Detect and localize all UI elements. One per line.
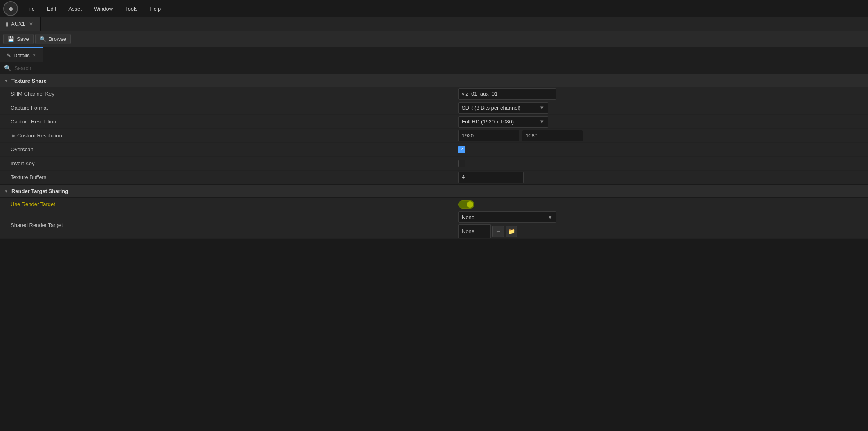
menu-bar: File Edit Asset Window Tools Help [20,4,166,13]
texture-buffers-value: 4 [458,172,868,183]
shm-channel-key-input[interactable] [458,88,556,100]
details-tab-label: Details [13,52,30,58]
shm-channel-key-label: SHM Channel Key [8,91,458,97]
details-tab-icon: ✎ [7,52,11,58]
custom-resolution-label-text: Custom Resolution [17,132,62,139]
search-icon: 🔍 [4,65,11,71]
menu-tools[interactable]: Tools [119,4,143,13]
texture-buffers-slider[interactable] [479,172,524,183]
custom-resolution-label: ▶ Custom Resolution [8,132,458,139]
capture-resolution-dropdown-text: Full HD (1920 x 1080) [462,119,514,125]
menu-window[interactable]: Window [88,4,119,13]
render-target-title: Render Target Sharing [11,188,68,194]
tab-icon: ▮ [6,21,9,27]
toolbar: 💾 Save 🔍 Browse [0,31,868,47]
capture-format-row: Capture Format SDR (8 Bits per channel) … [0,101,868,115]
details-tab[interactable]: ✎ Details ✕ [0,47,43,62]
texture-share-chevron: ▼ [4,79,8,83]
texture-buffers-row: Texture Buffers 4 [0,171,868,184]
custom-resolution-inputs [458,130,868,141]
details-tab-bar: ✎ Details ✕ [0,47,868,62]
custom-resolution-expander[interactable]: ▶ Custom Resolution [11,132,458,139]
use-render-target-toggle[interactable] [458,200,474,209]
capture-format-dropdown-text: SDR (8 Bits per channel) [462,105,521,111]
use-render-target-label: Use Render Target [8,201,458,207]
save-label: Save [17,36,29,42]
custom-resolution-expander-icon: ▶ [12,133,16,138]
overscan-row: Overscan ✓ [0,143,868,157]
shared-render-target-row: Shared Render Target None ▼ None ← 📁 [0,211,868,239]
capture-resolution-dropdown-arrow-icon: ▼ [539,119,544,125]
search-input[interactable] [14,65,864,71]
capture-resolution-label: Capture Resolution [8,119,458,125]
tab-close-button[interactable]: ✕ [27,20,35,28]
capture-format-dropdown-arrow-icon: ▼ [539,105,544,111]
texture-buffers-label: Texture Buffers [8,174,458,180]
render-target-chevron: ▼ [4,189,8,193]
save-icon: 💾 [8,36,14,42]
shared-render-target-dropdown-text: None [462,214,474,220]
browse-label: Browse [49,36,66,42]
overscan-label: Overscan [8,146,458,153]
shm-channel-key-row: SHM Channel Key [0,87,868,101]
overscan-checkbox[interactable]: ✓ [458,146,465,153]
menu-edit[interactable]: Edit [41,4,62,13]
capture-format-value: SDR (8 Bits per channel) ▼ [458,102,868,114]
custom-resolution-width-input[interactable] [458,130,519,141]
custom-resolution-row: ▶ Custom Resolution [0,129,868,143]
shared-render-target-browse-button[interactable]: 📁 [506,226,517,237]
shm-channel-key-value [458,88,868,100]
texture-buffers-number[interactable]: 4 [458,172,479,183]
use-render-target-label-text: Use Render Target [11,201,55,207]
browse-button[interactable]: 🔍 Browse [35,34,71,44]
custom-resolution-height-input[interactable] [522,130,583,141]
browse-icon: 🔍 [40,36,46,42]
use-render-target-toggle-knob [467,201,473,208]
save-button[interactable]: 💾 Save [3,34,34,44]
use-render-target-value [458,200,868,209]
capture-resolution-dropdown[interactable]: Full HD (1920 x 1080) ▼ [458,116,548,128]
title-bar: ◆ File Edit Asset Window Tools Help [0,0,868,17]
menu-asset[interactable]: Asset [63,4,88,13]
render-target-section-header[interactable]: ▼ Render Target Sharing [0,184,868,198]
capture-format-dropdown[interactable]: SDR (8 Bits per channel) ▼ [458,102,548,114]
shared-render-target-value: None ▼ None ← 📁 [458,211,868,238]
tab-aux1[interactable]: ▮ AUX1 ✕ [0,17,41,31]
menu-file[interactable]: File [20,4,40,13]
shared-render-target-dropdown-arrow-icon: ▼ [547,214,553,220]
shared-render-target-dropdown[interactable]: None ▼ [458,211,556,223]
shared-render-target-none-value: None [458,224,491,238]
overscan-value: ✓ [458,146,868,153]
details-tab-close-button[interactable]: ✕ [32,53,36,58]
tab-label: AUX1 [11,21,25,27]
shared-render-target-label: Shared Render Target [8,222,458,228]
overscan-checkmark-icon: ✓ [460,147,464,153]
texture-buffers-slider-wrap: 4 [458,172,524,183]
invert-key-label: Invert Key [8,160,458,166]
texture-share-section-header[interactable]: ▼ Texture Share [0,74,868,87]
ue-logo: ◆ [3,1,18,16]
shared-render-target-back-button[interactable]: ← [492,226,504,237]
tab-bar: ▮ AUX1 ✕ [0,17,868,31]
capture-resolution-row: Capture Resolution Full HD (1920 x 1080)… [0,115,868,129]
capture-format-label: Capture Format [8,105,458,111]
menu-help[interactable]: Help [144,4,166,13]
texture-share-title: Texture Share [11,78,47,84]
capture-resolution-value: Full HD (1920 x 1080) ▼ [458,116,868,128]
invert-key-value [458,160,868,167]
search-bar: 🔍 [0,62,868,74]
invert-key-row: Invert Key [0,157,868,171]
use-render-target-row: Use Render Target [0,198,868,211]
invert-key-checkbox[interactable] [458,160,465,167]
